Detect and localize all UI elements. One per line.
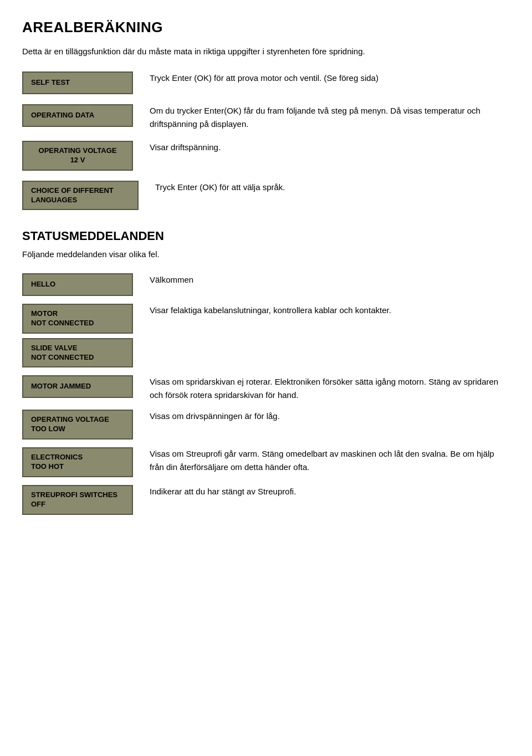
desc-operating-data: Om du trycker Enter(OK) får du fram följ… <box>150 104 510 131</box>
display-operating-voltage: OPERATING VOLTAGE12 V <box>22 141 133 171</box>
display-voltage-low: OPERATING VOLTAGETOO LOW <box>22 410 133 440</box>
status-motor-slide-group: MOTORNOT CONNECTED SLIDE VALVENOT CONNEC… <box>22 304 510 368</box>
menu-item-operating-voltage: OPERATING VOLTAGE12 V Visar driftspännin… <box>22 141 510 171</box>
display-motor-jammed: MOTOR JAMMED <box>22 375 133 398</box>
status-subtitle: Följande meddelanden visar olika fel. <box>22 248 510 261</box>
display-self-test: SELF TEST <box>22 71 133 94</box>
desc-electronics-hot: Visas om Streuprofi går varm. Stäng omed… <box>150 447 510 474</box>
page-title: AREALBERÄKNING <box>22 17 510 38</box>
desc-streuprofi-off: Indikerar att du har stängt av Streuprof… <box>150 485 510 498</box>
display-hello: HELLO <box>22 273 133 296</box>
display-languages: CHOICE OF DIFFERENT LANGUAGES <box>22 181 139 211</box>
menu-item-self-test: SELF TEST Tryck Enter (OK) för att prova… <box>22 71 510 94</box>
status-streuprofi-off: STREUPROFI SWITCHESOFF Indikerar att du … <box>22 485 510 515</box>
display-motor-not-connected: MOTORNOT CONNECTED <box>22 304 133 334</box>
desc-languages: Tryck Enter (OK) för att välja språk. <box>155 181 510 194</box>
status-section: STATUSMEDDELANDEN Följande meddelanden v… <box>22 227 510 514</box>
desc-hello: Välkommen <box>150 273 510 287</box>
menu-item-operating-data: OPERATING DATA Om du trycker Enter(OK) f… <box>22 104 510 131</box>
stacked-motor-slide: MOTORNOT CONNECTED SLIDE VALVENOT CONNEC… <box>22 304 133 368</box>
menu-item-languages: CHOICE OF DIFFERENT LANGUAGES Tryck Ente… <box>22 181 510 211</box>
intro-text: Detta är en tilläggsfunktion där du måst… <box>22 45 510 58</box>
display-electronics-hot: ELECTRONICSTOO HOT <box>22 447 133 477</box>
display-operating-data: OPERATING DATA <box>22 104 133 127</box>
status-voltage-low: OPERATING VOLTAGETOO LOW Visas om drivsp… <box>22 410 510 440</box>
desc-motor-jammed: Visas om spridarskivan ej roterar. Elekt… <box>150 375 510 402</box>
status-motor-jammed: MOTOR JAMMED Visas om spridarskivan ej r… <box>22 375 510 402</box>
desc-self-test: Tryck Enter (OK) för att prova motor och… <box>150 71 510 85</box>
desc-operating-voltage: Visar driftspänning. <box>150 141 510 154</box>
menu-section: SELF TEST Tryck Enter (OK) för att prova… <box>22 71 510 210</box>
desc-voltage-low: Visas om drivspänningen är för låg. <box>150 410 510 423</box>
status-title: STATUSMEDDELANDEN <box>22 227 510 245</box>
display-slide-valve-not-connected: SLIDE VALVENOT CONNECTED <box>22 338 133 368</box>
display-streuprofi-off: STREUPROFI SWITCHESOFF <box>22 485 133 515</box>
desc-motor-slide: Visar felaktiga kabelanslutningar, kontr… <box>150 304 510 317</box>
status-electronics-hot: ELECTRONICSTOO HOT Visas om Streuprofi g… <box>22 447 510 477</box>
status-hello: HELLO Välkommen <box>22 273 510 296</box>
